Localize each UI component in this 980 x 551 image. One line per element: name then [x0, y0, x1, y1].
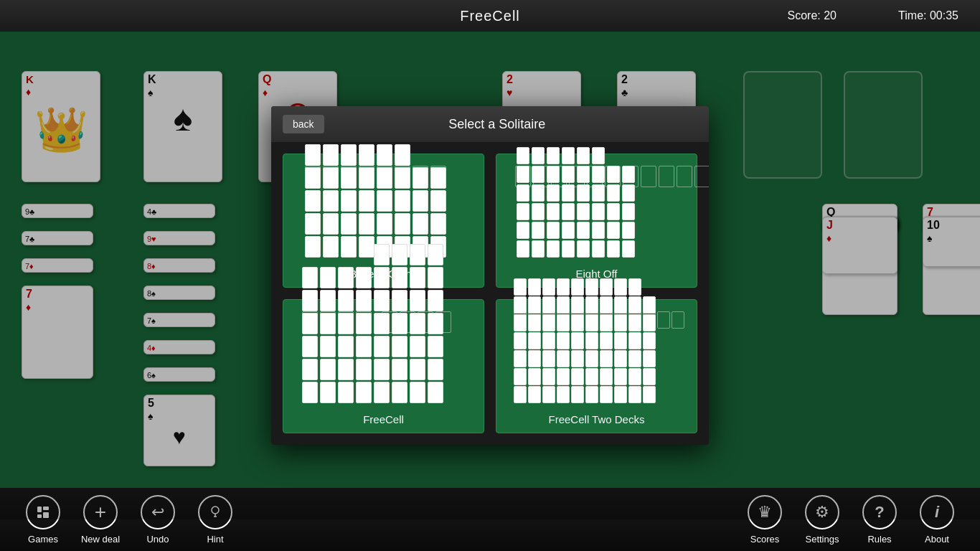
header: FreeCell Score: 20 Time: 00:35	[0, 0, 980, 32]
freecell-two-decks-label: FreeCell Two Decks	[549, 413, 645, 425]
modal-body: Baker's Game	[271, 142, 709, 445]
new-deal-label: New deal	[81, 534, 120, 545]
undo-label: Undo	[146, 534, 169, 545]
game-option-freecell-two-decks[interactable]: FreeCell Two Decks	[496, 299, 697, 433]
game-table: K ♦ 👑 K ♠ ♠ 2 ♥ ♥ 2 ♣ ♣ Q ♦ Q 9♣ 7♣ 7♦	[0, 32, 980, 519]
modal-title: Select a Solitaire	[333, 117, 697, 132]
about-label: About	[925, 534, 949, 545]
score-label: Score:	[788, 9, 821, 22]
freecell-preview	[298, 307, 470, 408]
back-button[interactable]: back	[283, 115, 324, 133]
settings-label: Settings	[806, 534, 839, 545]
time-label: Time:	[898, 9, 926, 22]
score-value: 20	[824, 9, 837, 22]
scores-label: Scores	[750, 534, 779, 545]
modal-overlay: back Select a Solitaire	[0, 32, 980, 519]
rules-label: Rules	[867, 534, 891, 545]
freecell-two-decks-preview	[511, 307, 683, 408]
app-title: FreeCell	[460, 8, 520, 24]
hint-label: Hint	[207, 534, 223, 545]
freecell-label: FreeCell	[363, 413, 404, 425]
games-label: Games	[28, 534, 58, 545]
modal-header: back Select a Solitaire	[271, 106, 709, 142]
eight-off-preview	[511, 161, 683, 262]
score-display: Score: 20	[788, 9, 837, 22]
game-option-eight-off[interactable]: Eight Off	[496, 154, 697, 288]
time-display: Time: 00:35	[898, 9, 958, 22]
time-value: 00:35	[930, 9, 958, 22]
game-option-freecell[interactable]: FreeCell	[283, 299, 484, 433]
select-solitaire-modal: back Select a Solitaire	[271, 106, 709, 445]
